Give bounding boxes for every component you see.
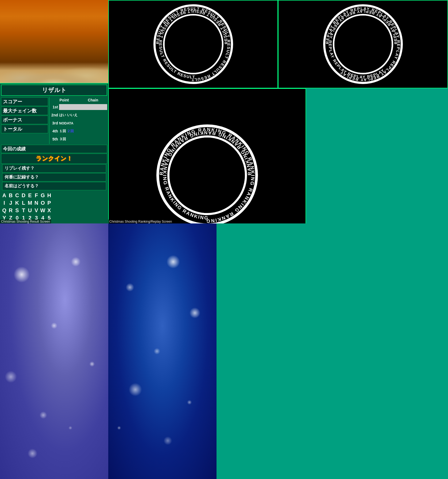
score-table: スコアー 最大チェイン数 ボーナス トータル Point Chain 1st 2… xyxy=(0,97,108,144)
count-2[interactable]: ２回 xyxy=(67,129,74,134)
rank-4th-label: 4th xyxy=(50,129,58,133)
key-S[interactable]: S xyxy=(14,207,20,214)
today-section: 今回の成績 ランクイン！ リプレイ残す？ 何番に記録する？ 名前はどうする？ xyxy=(1,145,107,190)
count-row-4th: １回 ２回 xyxy=(59,129,74,134)
key-J[interactable]: J xyxy=(7,199,14,207)
bottom-label-right: Christmas Shooting Ranking/Replay Screen xyxy=(108,219,173,224)
keyboard-row-2: I J K L M N O P xyxy=(1,199,107,207)
ranking-ring-svg: RANKING RANKING RANKING RANKING RANKING … xyxy=(156,124,258,226)
svg-point-12 xyxy=(169,138,245,213)
rank-2nd-row: 2nd はい いいえ xyxy=(50,111,108,119)
svg-point-2 xyxy=(165,16,222,73)
rank-4th-row: 4th １回 ２回 xyxy=(50,127,108,135)
replay-ring-svg: REPLAY REPLAY REPLAY REPLAY REPLAY REPLA… xyxy=(323,4,403,84)
hai-iie-group: はい いいえ xyxy=(59,113,78,117)
key-B[interactable]: B xyxy=(7,192,14,199)
keyboard-row-1: A B C D E F G H xyxy=(1,192,107,199)
key-L[interactable]: L xyxy=(20,199,27,207)
count-row-5th: ３回 xyxy=(59,137,66,142)
key-G[interactable]: G xyxy=(40,192,46,199)
key-U[interactable]: U xyxy=(27,207,33,214)
rank-5th-row: 5th ３回 xyxy=(50,135,108,143)
max-chain-label: 最大チェイン数 xyxy=(1,107,48,115)
total-label: トータル xyxy=(1,125,48,133)
cloud-sky-background xyxy=(0,0,108,83)
key-K[interactable]: K xyxy=(14,199,20,207)
key-X[interactable]: X xyxy=(46,207,52,214)
replay-circle-area: REPLAY REPLAY REPLAY REPLAY REPLAY REPLA… xyxy=(278,0,448,88)
key-Q[interactable]: Q xyxy=(1,207,7,214)
count-1[interactable]: １回 xyxy=(59,129,66,134)
point-header: Point xyxy=(60,98,69,102)
values-column: Point Chain 1st 2nd はい いいえ 3rd NODATA xyxy=(49,97,108,144)
rank-5th-label: 5th xyxy=(50,137,58,141)
score-label: スコアー xyxy=(1,97,48,106)
rank-1st-value-box xyxy=(59,104,107,110)
result-circle-area: RESULT RESULT RESULT RESULT RESULT RESUL… xyxy=(108,0,278,88)
key-O[interactable]: O xyxy=(40,199,46,207)
rank-3rd-row: 3rd NODATA xyxy=(50,119,108,127)
rank-1st-row: 1st xyxy=(50,103,108,111)
teal-right-area xyxy=(217,223,448,479)
bottom-label-left: Christmas Shooting Result Screen xyxy=(0,219,51,224)
bottom-blue-background xyxy=(108,223,217,479)
chain-header: Chain xyxy=(88,98,98,102)
labels-column: スコアー 最大チェイン数 ボーナス トータル xyxy=(0,97,49,144)
result-ring-svg: RESULT RESULT RESULT RESULT RESULT RESUL… xyxy=(153,4,233,84)
point-chain-header: Point Chain xyxy=(50,97,108,103)
rank-3rd-label: 3rd xyxy=(50,121,58,125)
result-title: リザルト xyxy=(1,85,107,96)
key-E[interactable]: E xyxy=(27,192,33,199)
key-I[interactable]: I xyxy=(1,199,7,207)
iie-button[interactable]: いいえ xyxy=(67,113,78,117)
key-T[interactable]: T xyxy=(20,207,27,214)
rank-in-label: ランクイン！ xyxy=(1,154,107,164)
svg-point-7 xyxy=(334,16,392,73)
result-circle-container: RESULT RESULT RESULT RESULT RESULT RESUL… xyxy=(109,1,277,88)
key-C[interactable]: C xyxy=(14,192,20,199)
bottom-purple-background xyxy=(0,223,108,479)
key-H[interactable]: H xyxy=(46,192,52,199)
replay-circle-container: REPLAY REPLAY REPLAY REPLAY REPLAY REPLA… xyxy=(279,1,447,88)
key-M[interactable]: M xyxy=(27,199,33,207)
hai-button[interactable]: はい xyxy=(59,113,66,117)
key-D[interactable]: D xyxy=(20,192,27,199)
today-result-label: 今回の成績 xyxy=(1,145,107,153)
record-number-item[interactable]: 何番に記録する？ xyxy=(2,173,106,181)
key-F[interactable]: F xyxy=(33,192,40,199)
keyboard-row-3: Q R S T U V W X xyxy=(1,207,107,214)
count-3[interactable]: ３回 xyxy=(59,137,66,142)
bonus-label: ボーナス xyxy=(1,116,48,124)
nodata-text: NODATA xyxy=(59,121,74,125)
key-R[interactable]: R xyxy=(7,207,14,214)
name-input-item[interactable]: 名前はどうする？ xyxy=(2,182,106,190)
key-N[interactable]: N xyxy=(33,199,40,207)
replay-save-item[interactable]: リプレイ残す？ xyxy=(2,164,106,173)
key-W[interactable]: W xyxy=(40,207,46,214)
key-V[interactable]: V xyxy=(33,207,40,214)
key-A[interactable]: A xyxy=(1,192,7,199)
rank-1st-label: 1st xyxy=(50,105,58,109)
key-P[interactable]: P xyxy=(46,199,52,207)
rank-2nd-label: 2nd xyxy=(50,113,58,117)
